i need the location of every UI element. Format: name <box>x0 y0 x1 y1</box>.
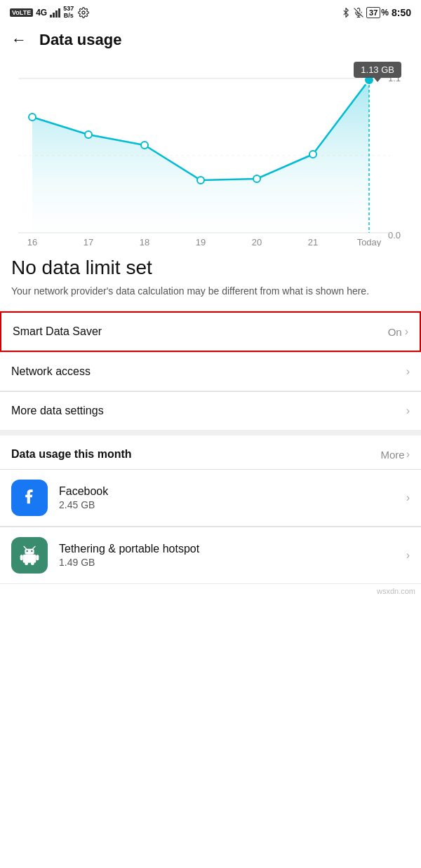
settings-icon <box>78 7 89 18</box>
mute-icon <box>354 8 363 18</box>
signal-bars <box>50 8 60 18</box>
no-limit-title: No data limit set <box>11 257 410 279</box>
page-header: ← Data usage <box>0 22 421 57</box>
more-data-settings-label: More data settings <box>11 405 104 417</box>
facebook-app-info: Facebook 2.45 GB <box>59 485 406 510</box>
svg-point-19 <box>31 550 33 552</box>
tethering-app-chevron: › <box>406 549 410 562</box>
chart-dot-21 <box>309 151 316 158</box>
svg-rect-16 <box>23 555 36 563</box>
chart-dot-16 <box>29 114 36 121</box>
chart-dot-17 <box>85 131 92 138</box>
network-access-item[interactable]: Network access › <box>0 353 421 391</box>
chart-fill <box>32 80 369 233</box>
app-list: Facebook 2.45 GB › <box>0 470 421 584</box>
data-usage-section-title: Data usage this month <box>11 448 132 461</box>
volte-badge: VoLTE <box>10 8 33 17</box>
network-access-label: Network access <box>11 365 91 378</box>
smart-data-saver-item[interactable]: Smart Data Saver On › <box>0 311 421 352</box>
chart-wrapper: 1.1 0.0 <box>11 65 410 250</box>
more-label: More <box>380 449 404 461</box>
network-access-chevron: › <box>406 365 410 378</box>
svg-point-0 <box>82 11 85 14</box>
tethering-app-info: Tethering & portable hotspot 1.49 GB <box>59 543 406 568</box>
tethering-app-item[interactable]: Tethering & portable hotspot 1.49 GB › <box>0 527 421 584</box>
facebook-f-logo <box>19 487 40 508</box>
back-button[interactable]: ← <box>11 31 27 49</box>
page-title: Data usage <box>39 31 121 49</box>
svg-rect-17 <box>25 549 34 555</box>
svg-rect-22 <box>20 555 23 561</box>
svg-point-18 <box>26 550 28 552</box>
svg-text:16: 16 <box>27 237 37 247</box>
facebook-app-usage: 2.45 GB <box>59 499 406 510</box>
tethering-icon <box>11 537 48 574</box>
smart-data-saver-value: On › <box>388 325 408 338</box>
more-data-settings-right: › <box>406 405 410 417</box>
no-limit-section: No data limit set Your network provider'… <box>0 250 421 311</box>
time-display: 8:50 <box>392 7 411 18</box>
svg-text:Today: Today <box>357 237 382 247</box>
more-button[interactable]: More › <box>380 448 410 461</box>
chart-tooltip: 1.13 GB <box>354 62 401 78</box>
svg-rect-23 <box>36 555 39 561</box>
tethering-logo <box>18 544 41 567</box>
more-data-settings-item[interactable]: More data settings › <box>0 392 421 430</box>
facebook-app-name: Facebook <box>59 485 406 498</box>
settings-list: Smart Data Saver On › Network access › M… <box>0 311 421 430</box>
data-chart: 1.1 0.0 <box>11 65 410 247</box>
svg-line-20 <box>24 547 26 549</box>
thick-divider <box>0 430 421 435</box>
watermark: wsxdn.com <box>0 584 421 598</box>
svg-rect-24 <box>25 562 28 566</box>
bluetooth-icon <box>341 8 351 18</box>
more-chevron: › <box>406 448 410 461</box>
svg-text:17: 17 <box>83 237 93 247</box>
svg-text:18: 18 <box>140 237 149 247</box>
svg-text:20: 20 <box>252 237 262 247</box>
status-left: VoLTE 4G 537 B/s <box>10 6 89 20</box>
chart-dot-18 <box>141 142 148 149</box>
network-type: 4G <box>36 8 47 18</box>
battery-indicator: 37% <box>366 7 389 18</box>
svg-text:19: 19 <box>196 237 206 247</box>
smart-data-saver-row[interactable]: Smart Data Saver On › <box>1 313 420 351</box>
smart-data-saver-chevron: › <box>405 325 408 338</box>
facebook-app-item[interactable]: Facebook 2.45 GB › <box>0 470 421 527</box>
svg-text:21: 21 <box>308 237 318 247</box>
no-limit-description: Your network provider's data calculation… <box>11 285 410 299</box>
facebook-app-chevron: › <box>406 491 410 504</box>
svg-line-21 <box>33 547 35 549</box>
chart-dot-19 <box>197 177 204 184</box>
tethering-app-name: Tethering & portable hotspot <box>59 543 406 555</box>
more-data-settings-chevron: › <box>406 405 410 417</box>
data-usage-section-header: Data usage this month More › <box>0 435 421 469</box>
chart-dot-20 <box>253 175 260 182</box>
status-bar: VoLTE 4G 537 B/s 37% 8:50 <box>0 0 421 22</box>
tethering-app-usage: 1.49 GB <box>59 557 406 568</box>
smart-data-saver-label: Smart Data Saver <box>13 325 102 338</box>
status-right: 37% 8:50 <box>341 7 411 18</box>
chart-section: 1.13 GB 1.1 0.0 <box>0 57 421 250</box>
facebook-icon <box>11 480 48 516</box>
data-speed: 537 B/s <box>63 6 74 20</box>
network-access-right: › <box>406 365 410 378</box>
svg-rect-25 <box>31 562 34 566</box>
svg-text:0.0: 0.0 <box>388 230 401 240</box>
